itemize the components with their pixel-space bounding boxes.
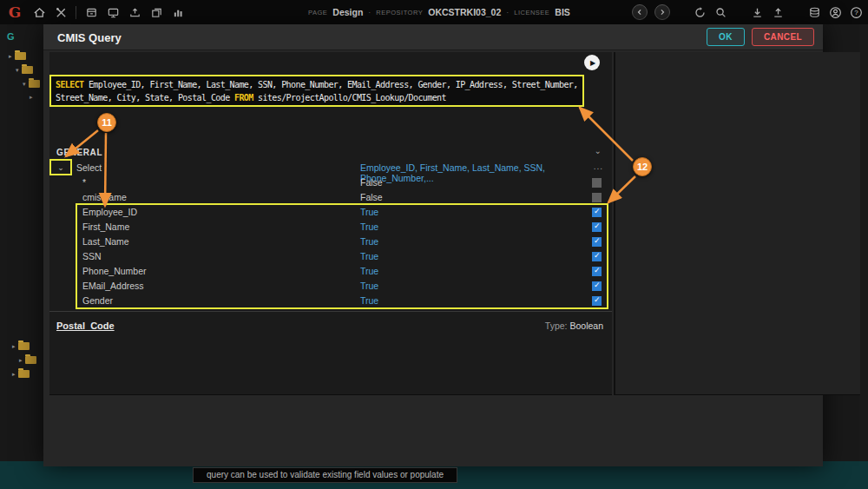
property-row[interactable]: Gender True <box>49 294 612 308</box>
back-icon[interactable] <box>632 4 648 20</box>
chevron-down-icon: ▾ <box>16 67 19 74</box>
tree-item[interactable]: ▸ <box>30 94 33 101</box>
cancel-button[interactable]: CANCEL <box>752 28 814 46</box>
dialog-title: CMIS Query <box>57 31 122 44</box>
type-value: Boolean <box>569 320 603 331</box>
property-label: cmis:name <box>82 192 127 202</box>
focused-field-name[interactable]: Postal_Code <box>56 320 115 331</box>
tree-root-item[interactable]: G <box>7 31 15 42</box>
folder-icon <box>18 370 30 378</box>
property-rows: * False cmis:name False Employee_ID True… <box>49 175 612 308</box>
property-label: Last_Name <box>82 236 129 247</box>
upload-icon[interactable] <box>771 5 785 19</box>
property-row[interactable]: SSN True <box>49 249 612 264</box>
tooltip: query can be used to validate existing f… <box>193 467 457 483</box>
breadcrumb: PAGE Design · REPOSITORY OKCSTRKI03_02 ·… <box>308 0 570 24</box>
callout-badge-11: 11 <box>97 113 116 132</box>
sql-keyword: FROM <box>234 93 253 102</box>
expander-chevron-icon: ⌄ <box>57 163 64 172</box>
property-label: EMail_Address <box>82 281 144 291</box>
query-text-highlight: SELECT Employee_ID, First_Name, Last_Nam… <box>49 75 584 107</box>
property-value: True <box>360 221 378 232</box>
checkbox[interactable] <box>592 281 602 291</box>
top-toolbar: G PAGE Design · REPOSITORY OKCSTRKI03_02… <box>0 0 868 24</box>
chevron-right-icon: ▸ <box>19 357 23 364</box>
tree-item[interactable]: ▸ <box>12 342 30 350</box>
more-button[interactable]: ... <box>594 162 603 171</box>
toolbar-right-group: ? <box>632 0 863 24</box>
screen-icon[interactable] <box>106 5 120 19</box>
run-query-button[interactable]: ▶ <box>584 55 600 70</box>
property-label: * <box>82 177 86 188</box>
property-row[interactable]: Last_Name True <box>49 235 612 249</box>
query-line-2: Street_Name, City, State, Postal_Code FR… <box>56 91 578 104</box>
folder-icon <box>29 80 40 88</box>
checkbox[interactable] <box>592 237 602 247</box>
property-value: True <box>360 236 378 247</box>
search-icon[interactable] <box>713 5 727 19</box>
folder-icon <box>25 356 36 364</box>
property-row[interactable]: Phone_Number True <box>49 264 612 279</box>
tools-icon[interactable] <box>54 5 68 19</box>
archive-icon[interactable] <box>84 5 98 19</box>
select-property-row[interactable]: ⌄ Select Employee_ID, First_Name, Last_N… <box>49 161 612 175</box>
type-label: Type: <box>545 320 568 331</box>
sql-keyword: SELECT <box>56 80 84 89</box>
chevron-right-icon: ▸ <box>12 343 16 350</box>
user-icon[interactable] <box>828 5 842 19</box>
property-row[interactable]: EMail_Address True <box>49 279 612 294</box>
upload-tray-icon[interactable] <box>128 5 141 19</box>
tree-item[interactable]: ▾ <box>16 66 33 74</box>
folder-icon <box>18 342 30 350</box>
section-divider <box>49 311 612 312</box>
property-row[interactable]: cmis:name False <box>49 190 612 205</box>
checkbox[interactable] <box>592 222 602 232</box>
chevron-right-icon: ▸ <box>12 371 16 378</box>
query-line-1: SELECT Employee_ID, First_Name, Last_Nam… <box>56 78 578 91</box>
chart-icon[interactable] <box>171 5 185 19</box>
property-value: True <box>360 266 378 276</box>
ok-button[interactable]: OK <box>707 28 745 46</box>
property-value: True <box>360 281 378 291</box>
forward-icon[interactable] <box>654 4 670 20</box>
folder-icon <box>22 66 33 74</box>
select-expander-highlight[interactable]: ⌄ <box>49 159 72 175</box>
download-icon[interactable] <box>750 5 764 19</box>
collapse-chevron-icon[interactable]: ⌄ <box>595 146 602 155</box>
sql-text: sites/ProjectApollo/CMIS_Lookup/Document <box>253 93 446 102</box>
property-value: False <box>360 192 383 202</box>
page-label: PAGE <box>308 9 327 17</box>
checkbox[interactable] <box>592 193 602 202</box>
tree-item[interactable]: ▸ <box>12 370 30 378</box>
database-icon[interactable] <box>807 5 821 19</box>
home-icon[interactable] <box>32 5 46 19</box>
property-value: False <box>360 177 383 188</box>
general-section-header[interactable]: GENERAL ⌄ <box>49 146 612 161</box>
help-icon[interactable]: ? <box>849 5 863 19</box>
property-row[interactable]: First_Name True <box>49 220 612 235</box>
checkbox[interactable] <box>592 178 602 188</box>
checkbox[interactable] <box>592 267 602 276</box>
tree-item[interactable]: ▸ <box>9 52 26 60</box>
chevron-right-icon: ▸ <box>9 53 12 60</box>
property-row[interactable]: Employee_ID True <box>49 205 612 220</box>
property-label: Select <box>76 162 102 173</box>
checkbox[interactable] <box>592 296 602 306</box>
play-icon: ▶ <box>590 59 595 67</box>
checkbox[interactable] <box>592 252 602 261</box>
property-label: Phone_Number <box>82 266 147 276</box>
callout-badge-12: 12 <box>633 157 652 176</box>
licensee-label: LICENSEE <box>514 9 549 17</box>
refresh-icon[interactable] <box>693 5 707 19</box>
checkbox[interactable] <box>592 208 602 217</box>
copy-icon[interactable] <box>149 5 163 19</box>
chevron-right-icon: ▸ <box>30 94 33 101</box>
property-row[interactable]: * False <box>49 175 612 190</box>
property-value: True <box>360 295 378 306</box>
tree-item[interactable]: ▾ <box>23 80 40 88</box>
tree-item[interactable]: ▸ <box>19 356 36 364</box>
dialog-actions: OK CANCEL <box>707 28 814 46</box>
app-logo[interactable]: G <box>5 3 24 21</box>
sql-text: Street_Name, City, State, Postal_Code <box>56 93 234 102</box>
preview-panel <box>614 52 860 395</box>
